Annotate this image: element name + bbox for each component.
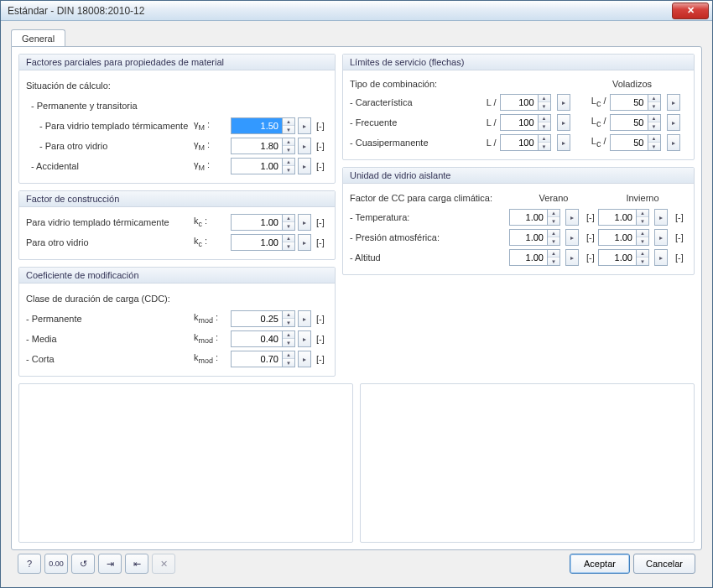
spin-up-icon[interactable]: ▲ — [283, 159, 294, 166]
input-gamma-templado[interactable]: ▲▼ — [231, 117, 295, 134]
cancel-button[interactable]: Cancelar — [633, 554, 695, 574]
value-input[interactable] — [501, 95, 538, 110]
value-input[interactable] — [510, 230, 547, 245]
value-input[interactable] — [232, 118, 282, 133]
picker-button[interactable]: ▸ — [298, 158, 311, 174]
delete-button[interactable]: ✕ — [152, 554, 175, 574]
input-temp-verano[interactable]: ▲▼ — [509, 209, 560, 226]
input-altitud-verano[interactable]: ▲▼ — [509, 249, 560, 266]
value-input[interactable] — [232, 138, 282, 154]
input-altitud-invierno[interactable]: ▲▼ — [598, 249, 649, 266]
spin-up-icon[interactable]: ▲ — [283, 311, 294, 319]
decimals-button[interactable]: 0.00 — [44, 554, 68, 574]
export-button[interactable]: ⇤ — [125, 554, 148, 574]
spin-up-icon[interactable]: ▲ — [648, 135, 660, 143]
spin-up-icon[interactable]: ▲ — [539, 135, 550, 143]
input-L-frecuente[interactable]: ▲▼ — [500, 114, 551, 131]
picker-button[interactable]: ▸ — [557, 114, 570, 131]
input-gamma-accidental[interactable]: ▲▼ — [231, 158, 295, 174]
spin-up-icon[interactable]: ▲ — [539, 115, 550, 122]
accept-button[interactable]: Aceptar — [570, 554, 630, 574]
spin-up-icon[interactable]: ▲ — [283, 118, 294, 126]
spin-down-icon[interactable]: ▼ — [539, 143, 550, 150]
close-button[interactable]: ✕ — [672, 3, 709, 19]
value-input[interactable] — [232, 235, 282, 250]
spin-up-icon[interactable]: ▲ — [648, 95, 660, 102]
value-input[interactable] — [232, 215, 282, 230]
input-Lc-frecuente[interactable]: ▲▼ — [610, 114, 661, 131]
spin-down-icon[interactable]: ▼ — [283, 126, 294, 133]
import-button[interactable]: ⇥ — [98, 554, 122, 574]
spin-up-icon[interactable]: ▲ — [283, 138, 294, 146]
value-input[interactable] — [611, 115, 648, 130]
spin-down-icon[interactable]: ▼ — [548, 258, 559, 265]
spin-up-icon[interactable]: ▲ — [283, 215, 294, 222]
spin-up-icon[interactable]: ▲ — [637, 230, 648, 237]
spin-up-icon[interactable]: ▲ — [648, 115, 660, 122]
input-presion-verano[interactable]: ▲▼ — [509, 229, 560, 246]
spin-down-icon[interactable]: ▼ — [283, 222, 294, 230]
picker-button[interactable]: ▸ — [298, 234, 311, 251]
spin-up-icon[interactable]: ▲ — [548, 250, 559, 258]
value-input[interactable] — [501, 115, 538, 130]
input-kc-otro[interactable]: ▲▼ — [231, 234, 295, 251]
input-Lc-cuasipermanente[interactable]: ▲▼ — [610, 134, 661, 151]
picker-button[interactable]: ▸ — [565, 229, 579, 246]
spin-down-icon[interactable]: ▼ — [648, 122, 660, 130]
spin-up-icon[interactable]: ▲ — [548, 230, 559, 237]
input-kmod-corta[interactable]: ▲▼ — [231, 351, 295, 367]
spin-down-icon[interactable]: ▼ — [548, 237, 559, 245]
spin-up-icon[interactable]: ▲ — [283, 351, 294, 359]
spin-up-icon[interactable]: ▲ — [637, 250, 648, 258]
spin-down-icon[interactable]: ▼ — [283, 166, 294, 174]
spin-down-icon[interactable]: ▼ — [637, 217, 648, 225]
spin-up-icon[interactable]: ▲ — [283, 235, 294, 242]
spin-down-icon[interactable]: ▼ — [283, 319, 294, 326]
value-input[interactable] — [501, 135, 538, 150]
spin-up-icon[interactable]: ▲ — [539, 95, 550, 102]
value-input[interactable] — [232, 311, 282, 326]
spin-down-icon[interactable]: ▼ — [283, 242, 294, 250]
spin-up-icon[interactable]: ▲ — [283, 331, 294, 339]
picker-button[interactable]: ▸ — [298, 138, 311, 154]
picker-button[interactable]: ▸ — [654, 229, 668, 246]
picker-button[interactable]: ▸ — [667, 134, 680, 151]
spin-down-icon[interactable]: ▼ — [648, 102, 660, 110]
spin-up-icon[interactable]: ▲ — [548, 210, 559, 217]
picker-button[interactable]: ▸ — [557, 134, 570, 151]
value-input[interactable] — [510, 210, 547, 225]
value-input[interactable] — [611, 135, 648, 150]
spin-down-icon[interactable]: ▼ — [283, 146, 294, 154]
value-input[interactable] — [232, 159, 282, 174]
input-kc-templado[interactable]: ▲▼ — [231, 214, 295, 231]
input-kmod-permanente[interactable]: ▲▼ — [231, 310, 295, 327]
value-input[interactable] — [232, 331, 282, 346]
spin-down-icon[interactable]: ▼ — [539, 102, 550, 110]
value-input[interactable] — [599, 250, 636, 265]
spin-down-icon[interactable]: ▼ — [637, 237, 648, 245]
spin-down-icon[interactable]: ▼ — [283, 339, 294, 346]
value-input[interactable] — [611, 95, 648, 110]
input-L-caracteristica[interactable]: ▲▼ — [500, 94, 551, 111]
picker-button[interactable]: ▸ — [298, 351, 311, 367]
spin-down-icon[interactable]: ▼ — [637, 258, 648, 265]
picker-button[interactable]: ▸ — [298, 117, 311, 134]
input-kmod-media[interactable]: ▲▼ — [231, 330, 295, 347]
picker-button[interactable]: ▸ — [298, 310, 311, 327]
picker-button[interactable]: ▸ — [667, 114, 680, 131]
spin-down-icon[interactable]: ▼ — [548, 217, 559, 225]
spin-down-icon[interactable]: ▼ — [283, 359, 294, 367]
restore-button[interactable]: ↺ — [71, 554, 95, 574]
input-temp-invierno[interactable]: ▲▼ — [598, 209, 649, 226]
picker-button[interactable]: ▸ — [565, 209, 579, 226]
value-input[interactable] — [232, 351, 282, 367]
input-gamma-otro[interactable]: ▲▼ — [231, 138, 295, 154]
picker-button[interactable]: ▸ — [298, 330, 311, 347]
spin-up-icon[interactable]: ▲ — [637, 210, 648, 217]
value-input[interactable] — [510, 250, 547, 265]
input-Lc-caracteristica[interactable]: ▲▼ — [610, 94, 661, 111]
value-input[interactable] — [599, 210, 636, 225]
picker-button[interactable]: ▸ — [565, 249, 579, 266]
picker-button[interactable]: ▸ — [298, 214, 311, 231]
value-input[interactable] — [599, 230, 636, 245]
